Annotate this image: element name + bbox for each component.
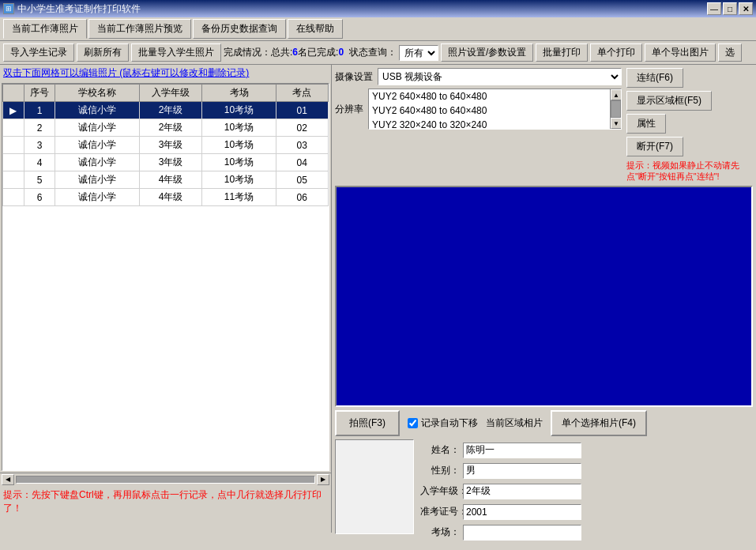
auto-move-checkbox[interactable]: [408, 418, 418, 428]
table-cell: 4年级: [139, 171, 202, 189]
status-total: 6: [292, 47, 298, 58]
resolution-row: 分辨率 YUY2 640×480 to 640×480YUY2 640×480 …: [335, 89, 622, 130]
resolution-item[interactable]: YUY2 320×240 to 320×240: [369, 118, 621, 130]
display-area-btn[interactable]: 显示区域框(F5): [626, 91, 712, 111]
exam-room-row: 考场：: [420, 525, 753, 541]
row-indicator: [3, 154, 24, 171]
table-row[interactable]: ▶1诚信小学2年级10考场01: [3, 102, 329, 119]
col-index: [3, 85, 24, 102]
table-cell: 诚信小学: [55, 171, 139, 189]
table-cell: 10考场: [202, 154, 276, 171]
close-button[interactable]: ✕: [739, 2, 753, 15]
minimize-button[interactable]: —: [707, 2, 721, 15]
capture-btn[interactable]: 拍照(F3): [335, 410, 400, 436]
scroll-left-btn[interactable]: ◀: [2, 474, 14, 485]
maximize-button[interactable]: □: [723, 2, 737, 15]
row-indicator: [3, 189, 24, 206]
tab-preview[interactable]: 当前工作薄照片预览: [88, 19, 191, 39]
table-cell: 1: [24, 102, 55, 119]
table-cell: 诚信小学: [55, 119, 139, 137]
grade-input[interactable]: [463, 484, 581, 499]
bottom-hint: 提示：先按下键盘Ctrl键，再用鼠标点击一行记录，点中几行就选择几行打印了！: [0, 485, 331, 533]
status-done: 0: [338, 47, 344, 58]
photo-preview: [335, 439, 414, 534]
res-scroll-up[interactable]: ▲: [611, 89, 622, 100]
title-bar: ⊞ 中小学生准考证制作打印软件 — □ ✕: [0, 0, 756, 17]
camera-device-select[interactable]: USB 视频设备: [378, 68, 622, 85]
table-cell: 06: [276, 189, 328, 206]
table-row[interactable]: 2诚信小学2年级10考场02: [3, 119, 329, 137]
cert-row: 准考证号：: [420, 504, 753, 520]
tab-current-workbook[interactable]: 当前工作薄照片: [3, 19, 87, 39]
table-header-row: 序号 学校名称 入学年级 考场 考点: [3, 85, 329, 102]
tab-help[interactable]: 在线帮助: [288, 19, 343, 39]
scroll-right-btn[interactable]: ▶: [317, 474, 329, 485]
left-panel: 双击下面网格可以编辑照片 (鼠标右键可以修改和删除记录) 序号 学校名称 入学年…: [0, 65, 332, 533]
table-cell: 04: [276, 154, 328, 171]
refresh-btn[interactable]: 刷新所有: [77, 43, 129, 62]
name-row: 姓名：: [420, 443, 753, 458]
hint-link[interactable]: 双击下面网格可以编辑照片 (鼠标右键可以修改和删除记录): [3, 67, 249, 78]
resolution-item[interactable]: YUY2 640×480 to 640×480: [369, 89, 621, 104]
batch-import-btn[interactable]: 批量导入学生照片: [131, 43, 221, 62]
table-cell: 11考场: [202, 189, 276, 206]
grade-label: 入学年级：: [420, 484, 460, 498]
disconnect-btn[interactable]: 断开(F7): [626, 137, 683, 156]
area-photo-label: 当前区域相片: [486, 416, 543, 430]
tab-history[interactable]: 备份历史数据查询: [193, 19, 286, 39]
student-info-form: 姓名： 性别： 入学年级： 准考证号： 考场：: [420, 439, 753, 541]
photo-settings-btn[interactable]: 照片设置/参数设置: [441, 43, 533, 62]
cert-label: 准考证号：: [420, 505, 460, 518]
cert-input[interactable]: [463, 504, 581, 520]
window-controls[interactable]: — □ ✕: [707, 2, 753, 15]
table-cell: 03: [276, 137, 328, 154]
student-table: 序号 学校名称 入学年级 考场 考点 ▶1诚信小学2年级10考场012诚信小学2…: [2, 84, 329, 206]
table-row[interactable]: 3诚信小学3年级10考场03: [3, 137, 329, 154]
table-cell: 6: [24, 189, 55, 206]
exam-room-input[interactable]: [463, 525, 581, 541]
select-photo-btn[interactable]: 单个选择相片(F4): [551, 410, 647, 436]
row-indicator: [3, 119, 24, 137]
window-title: 中小学生准考证制作打印软件: [17, 2, 141, 16]
name-input[interactable]: [463, 443, 581, 458]
select-btn[interactable]: 选: [718, 43, 742, 62]
table-row[interactable]: 4诚信小学3年级10考场04: [3, 154, 329, 171]
bottom-row: 姓名： 性别： 入学年级： 准考证号： 考场：: [335, 439, 753, 541]
status-query-select[interactable]: 所有: [399, 45, 438, 61]
right-panel: 摄像设置 USB 视频设备 分辨率 YUY2 640×480 to 640×48…: [332, 65, 756, 533]
table-cell: 诚信小学: [55, 154, 139, 171]
connect-btn[interactable]: 连结(F6): [626, 68, 683, 88]
resolution-list-container: YUY2 640×480 to 640×480YUY2 640×480 to 6…: [368, 89, 622, 130]
exam-room-label: 考场：: [420, 526, 460, 539]
student-table-container: 序号 学校名称 入学年级 考场 考点 ▶1诚信小学2年级10考场012诚信小学2…: [2, 83, 329, 471]
toolbar: 导入学生记录 刷新所有 批量导入学生照片 完成情况：总共:6名已完成:0 状态查…: [0, 41, 756, 65]
menu-bar: 当前工作薄照片 当前工作薄照片预览 备份历史数据查询 在线帮助: [0, 17, 756, 41]
horizontal-scrollbar[interactable]: ◀ ▶: [0, 473, 331, 485]
capture-row: 拍照(F3) 记录自动下移 当前区域相片 单个选择相片(F4): [335, 410, 753, 436]
scroll-track[interactable]: [16, 476, 315, 484]
table-cell: 诚信小学: [55, 137, 139, 154]
gender-input[interactable]: [463, 463, 581, 479]
row-indicator: ▶: [3, 102, 24, 119]
res-scroll-down[interactable]: ▼: [611, 118, 622, 129]
resolution-item[interactable]: YUY2 640×480 to 640×480: [369, 104, 621, 118]
hint-bar: 双击下面网格可以编辑照片 (鼠标右键可以修改和删除记录): [0, 65, 331, 81]
resolution-scrollbar[interactable]: ▲ ▼: [610, 89, 621, 129]
import-btn[interactable]: 导入学生记录: [3, 43, 74, 62]
grade-row: 入学年级：: [420, 484, 753, 499]
col-point: 考点: [276, 85, 328, 102]
auto-move-checkbox-label[interactable]: 记录自动下移: [408, 416, 478, 430]
resolution-list: YUY2 640×480 to 640×480YUY2 640×480 to 6…: [369, 89, 621, 130]
camera-label: 摄像设置: [335, 70, 373, 84]
batch-print-btn[interactable]: 批量打印: [536, 43, 588, 62]
table-row[interactable]: 5诚信小学4年级10考场05: [3, 171, 329, 189]
table-cell: 4年级: [139, 189, 202, 206]
col-school: 学校名称: [55, 85, 139, 102]
table-row[interactable]: 6诚信小学4年级11考场06: [3, 189, 329, 206]
res-scroll-track[interactable]: [611, 100, 621, 118]
status-query-label: 状态查询：: [349, 46, 397, 59]
properties-btn[interactable]: 属性: [626, 114, 666, 134]
single-print-btn[interactable]: 单个打印: [590, 43, 642, 62]
export-img-btn[interactable]: 单个导出图片: [645, 43, 716, 62]
table-cell: 2年级: [139, 102, 202, 119]
